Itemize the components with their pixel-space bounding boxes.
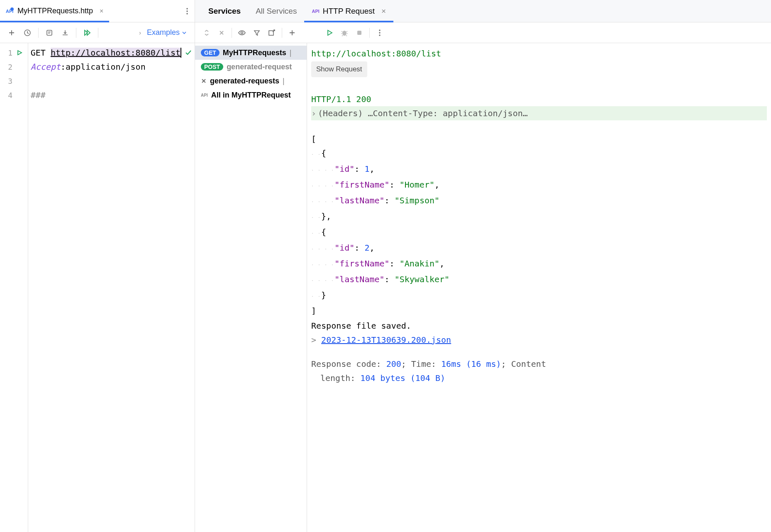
close-icon[interactable]: × (100, 7, 103, 15)
tab-all-services[interactable]: All Services (248, 0, 304, 22)
examples-dropdown[interactable]: Examples (144, 28, 190, 37)
convert-button[interactable] (43, 26, 56, 39)
http-url: http://localhost:8080/list (51, 48, 181, 58)
gutter: 1 2 3 4 (0, 43, 28, 532)
toolbar-divider (232, 28, 232, 38)
api-icon: API (312, 9, 319, 14)
editor-panel: API MyHTTPRequests.http × › Ex (0, 0, 195, 532)
svg-point-13 (379, 34, 380, 36)
response-url: http://localhost:8080/list (311, 46, 767, 61)
svg-point-12 (379, 32, 380, 33)
request-item[interactable]: GET MyHTTPRequests | (195, 46, 307, 60)
add-button[interactable] (285, 26, 299, 39)
code-area[interactable]: GET http://localhost:8080/list Accept: a… (28, 43, 195, 532)
method-badge-post: POST (201, 63, 223, 71)
chevron-right-icon: › (311, 108, 316, 118)
method-badge-get: GET (201, 49, 220, 56)
examples-label: Examples (147, 28, 180, 37)
history-button[interactable] (21, 26, 34, 39)
tab-services[interactable]: Services (201, 0, 248, 22)
request-name: generated-request (227, 63, 292, 71)
http-header-value: application/json (66, 62, 146, 72)
checkmark-icon (185, 49, 192, 56)
text-cursor (181, 48, 181, 58)
request-name: All in MyHTTPRequest (211, 91, 291, 100)
response-stats: Response code: 200; Time: 16ms (16 ms); … (311, 357, 767, 371)
response-status: HTTP/1.1 200 (311, 92, 767, 106)
request-item[interactable]: POST generated-request (195, 60, 307, 74)
request-sep: | (283, 77, 285, 85)
svg-point-9 (342, 31, 346, 36)
debug-button[interactable] (338, 26, 351, 39)
services-panel: Services All Services API HTTP Request × (195, 0, 771, 532)
chevron-right-icon: › (139, 29, 141, 36)
request-item[interactable]: generated-requests | (195, 74, 307, 88)
request-list: GET MyHTTPRequests | POST generated-requ… (195, 43, 307, 532)
svg-rect-6 (47, 30, 52, 35)
close-icon[interactable]: × (381, 7, 386, 16)
line-number: 1 (4, 49, 12, 57)
view-button[interactable] (235, 26, 249, 39)
line-number: 2 (4, 63, 12, 71)
services-toolbar (195, 22, 771, 43)
request-name: MyHTTPRequests (223, 49, 286, 57)
svg-point-1 (10, 7, 14, 11)
http-method: GET (31, 48, 46, 58)
response-headers[interactable]: ›(Headers) …Content-Type: application/js… (311, 106, 767, 120)
run-button[interactable] (323, 26, 336, 39)
editor-tab-file[interactable]: API MyHTTPRequests.http × (0, 0, 109, 22)
tab-menu-button[interactable] (180, 8, 195, 15)
show-request-button[interactable]: Show Request (311, 61, 367, 77)
toolbar-divider (369, 28, 370, 38)
toolbar-divider (38, 28, 39, 38)
saved-text: Response file saved. (311, 319, 767, 333)
request-name: generated-requests (210, 77, 279, 85)
http-header-name: Accept (31, 62, 61, 72)
editor-body: 1 2 3 4 GET http://localhost:8080/list A… (0, 43, 195, 532)
services-content: GET MyHTTPRequests | POST generated-requ… (195, 43, 771, 532)
services-tab-bar: Services All Services API HTTP Request × (195, 0, 771, 22)
request-separator: ### (31, 90, 46, 100)
http-file-icon: API (6, 7, 14, 15)
svg-rect-10 (357, 31, 361, 35)
expand-collapse-button[interactable] (200, 26, 213, 39)
run-all-button[interactable] (81, 26, 94, 39)
line-number: 3 (4, 77, 12, 85)
add-button[interactable] (5, 26, 18, 39)
editor-tab-bar: API MyHTTPRequests.http × (0, 0, 195, 22)
more-button[interactable] (373, 26, 386, 39)
svg-point-7 (241, 32, 243, 34)
stop-button[interactable] (353, 26, 366, 39)
response-file-link[interactable]: 2023-12-13T130639.200.json (321, 335, 451, 345)
chevron-right-icon: > (311, 335, 321, 345)
request-item[interactable]: API All in MyHTTPRequest (195, 88, 307, 102)
toolbar-divider (76, 28, 76, 38)
remove-button[interactable] (215, 26, 228, 39)
toolbar-divider (98, 28, 98, 38)
editor-tab-label: MyHTTPRequests.http (17, 7, 93, 15)
svg-point-2 (186, 8, 188, 9)
response-json: [ · ·{ · · · ·"id": 1, · · · ·"firstName… (311, 132, 767, 318)
close-icon (201, 78, 207, 84)
filter-button[interactable] (250, 26, 264, 39)
tab-http-request[interactable]: API HTTP Request × (304, 0, 393, 22)
toolbar-divider (282, 28, 282, 38)
api-icon: API (201, 93, 208, 98)
svg-point-4 (186, 13, 188, 14)
editor-toolbar: › Examples (0, 22, 195, 43)
response-stats: length: 104 bytes (104 B) (311, 371, 767, 385)
svg-point-11 (379, 29, 380, 31)
request-sep: | (290, 49, 292, 57)
response-view: http://localhost:8080/list Show Request … (307, 43, 771, 532)
svg-point-3 (186, 10, 188, 12)
run-icon[interactable] (17, 50, 22, 56)
new-window-button[interactable] (265, 26, 278, 39)
import-button[interactable] (59, 26, 72, 39)
line-number: 4 (4, 91, 12, 100)
